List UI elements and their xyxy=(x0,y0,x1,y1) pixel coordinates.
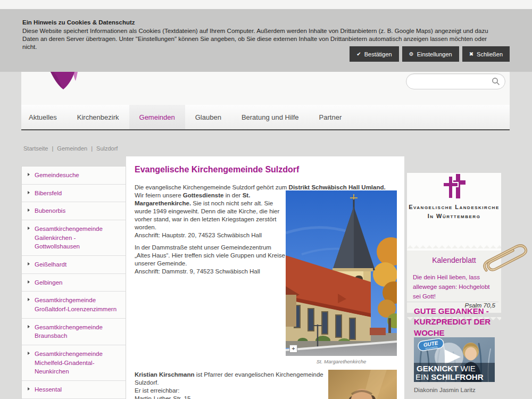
cookie-confirm-label: Bestätigen xyxy=(364,51,392,57)
arrow-bullet-icon xyxy=(28,387,30,390)
cookie-settings-label: Einstellungen xyxy=(417,51,452,57)
sidebar-item-hessental[interactable]: Hessental xyxy=(22,381,126,399)
breadcrumb-separator: | xyxy=(91,145,93,152)
nav-item-aktuelles[interactable]: Aktuelles xyxy=(21,105,67,129)
gemeindezentrum-paragraph: In der Dammstraße steht unser Gemeindeze… xyxy=(135,244,286,276)
gear-icon: ⚙ xyxy=(409,52,414,57)
landeskirche-cross-icon xyxy=(442,173,467,200)
cookie-confirm-button[interactable]: ✔ Bestätigen xyxy=(350,46,398,62)
pastor-contact: Er ist erreichbar:Martin-Luther-Str. 15 xyxy=(135,387,326,399)
site-logo-icon[interactable] xyxy=(49,72,87,92)
right-column: Evangelische Landeskirche In Württemberg… xyxy=(407,162,501,309)
page-title: Evangelische Kirchengemeinde Sulzdorf xyxy=(135,165,299,174)
cookie-banner: Ein Hinweis zu Cookies & Datenschutz Die… xyxy=(0,9,532,72)
photo-zoom-button[interactable]: + xyxy=(289,345,297,353)
landeskirche-name-line1: Evangelische Landeskirche xyxy=(407,203,501,212)
gemeinden-sidebar: Gemeindesuche Bibersfeld Bubenorbis Gesa… xyxy=(21,166,126,399)
church-photo-caption: St. Margarethenkirche xyxy=(286,359,397,364)
sidebar-item-michelfeld[interactable]: Gesamtkirchengemeinde Michelfeld-Gnadent… xyxy=(22,345,126,381)
arrow-bullet-icon xyxy=(28,262,30,265)
cookie-close-button[interactable]: ✖ Schließen xyxy=(462,46,510,62)
sidebar-item-braunsbach[interactable]: Gesamtkirchengemeinde Braunsbach xyxy=(22,319,126,345)
sidebar-item-grossaltdorf[interactable]: Gesamtkirchgemeinde Großaltdorf-Lorenzen… xyxy=(22,292,126,318)
pastor-paragraph: Kristian Kirschmann ist Pfarrer der evan… xyxy=(135,371,326,387)
cookie-close-label: Schließen xyxy=(477,51,503,57)
nav-item-partner[interactable]: Partner xyxy=(309,105,352,129)
address-line: Anschrift: Hauptstr. 20, 74523 Schwäbisc… xyxy=(135,231,286,239)
nav-item-kirchenbezirk[interactable]: Kirchenbezirk xyxy=(67,105,129,129)
close-icon: ✖ xyxy=(469,52,473,57)
search-icon[interactable] xyxy=(492,77,500,88)
church-photo-figure: + St. Margarethenkirche xyxy=(286,190,397,364)
right-column-divider xyxy=(407,302,498,302)
arrow-bullet-icon xyxy=(28,325,30,328)
church-photo[interactable] xyxy=(286,190,397,356)
cookie-banner-buttons: ✔ Bestätigen ⚙ Einstellungen ✖ Schließen xyxy=(346,46,510,62)
sidebar-item-geisselhardt[interactable]: Geißelhardt xyxy=(22,256,126,274)
video-caption: Diakonin Jasmin Laritz xyxy=(414,387,476,393)
paperclip-icon xyxy=(480,242,532,276)
arrow-bullet-icon xyxy=(28,209,30,212)
breadcrumb: Startseite|Gemeinden|Sulzdorf xyxy=(22,145,119,152)
video-title-line1: GEKNICKT WIE xyxy=(417,364,476,373)
kalenderblatt-quote: Die dein Heil lieben, lass allewege sage… xyxy=(413,273,495,301)
sidebar-item-bubenorbis[interactable]: Bubenorbis xyxy=(22,202,126,220)
arrow-bullet-icon xyxy=(28,352,30,355)
main-content: Evangelische Kirchengemeinde Sulzdorf Di… xyxy=(126,156,404,399)
search-input[interactable] xyxy=(413,76,490,87)
arrow-bullet-icon xyxy=(28,191,30,194)
nav-item-glauben[interactable]: Glauben xyxy=(185,105,231,129)
intro-paragraph: Wir feiern unsere Gottesdienste in der S… xyxy=(135,192,286,239)
page-top-strip xyxy=(0,0,532,9)
sidebar-item-gailenkirchen[interactable]: Gesamtkirchengemeinde Gailenkirchen - Go… xyxy=(22,220,126,256)
arrow-bullet-icon xyxy=(28,298,30,301)
sidebar-item-bibersfeld[interactable]: Bibersfeld xyxy=(22,185,126,203)
cookie-settings-button[interactable]: ⚙ Einstellungen xyxy=(402,46,459,62)
check-icon: ✔ xyxy=(356,52,361,57)
site-header xyxy=(21,72,510,105)
cookie-banner-title: Ein Hinweis zu Cookies & Datenschutz xyxy=(22,19,135,26)
pastor-photo xyxy=(328,370,397,399)
breadcrumb-sulzdorf: Sulzdorf xyxy=(96,145,118,152)
nav-item-gemeinden[interactable]: Gemeinden xyxy=(129,105,185,129)
video-thumbnail[interactable]: GUTE GEDANKEN GEKNICKT WIE EIN SCHILFROH… xyxy=(414,337,495,382)
address-line: Martin-Luther-Str. 15 xyxy=(135,395,326,399)
kurzpredigt-heading[interactable]: GUTE GEDANKEN - KURZPREDIGT DER WOCHE xyxy=(414,306,500,338)
main-nav: Aktuelles Kirchenbezirk Gemeinden Glaube… xyxy=(21,105,510,130)
arrow-bullet-icon xyxy=(28,280,30,284)
sidebar-item-gemeindesuche[interactable]: Gemeindesuche xyxy=(22,167,126,185)
sidebar-item-gelbingen[interactable]: Gelbingen xyxy=(22,274,126,292)
arrow-bullet-icon xyxy=(28,227,30,230)
landeskirche-panel: Evangelische Landeskirche In Württemberg… xyxy=(407,173,501,309)
breadcrumb-gemeinden[interactable]: Gemeinden xyxy=(57,145,87,152)
address-line: Anschrift: Dammstr. 9, 74523 Schwäbisch … xyxy=(135,268,286,276)
page-root: Ein Hinweis zu Cookies & Datenschutz Die… xyxy=(0,0,532,399)
breadcrumb-separator: | xyxy=(52,145,53,152)
breadcrumb-startseite[interactable]: Startseite xyxy=(23,145,48,152)
arrow-bullet-icon xyxy=(28,173,30,176)
search-box xyxy=(406,73,505,89)
video-title-line2: EIN SCHILFROHR xyxy=(415,372,484,381)
landeskirche-name-line2: In Württemberg xyxy=(407,212,501,221)
nav-item-beratung[interactable]: Beratung und Hilfe xyxy=(231,105,309,129)
